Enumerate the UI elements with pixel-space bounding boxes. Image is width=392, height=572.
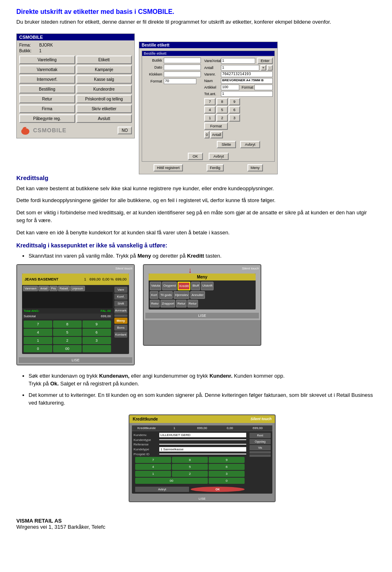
numpad-left-4[interactable]: 4 bbox=[24, 329, 52, 336]
kk-btn-vis[interactable]: Vis bbox=[249, 445, 271, 450]
numpad-left-3[interactable]: 3 bbox=[82, 337, 111, 344]
btn-internoverf[interactable]: Internoverf. bbox=[19, 75, 75, 84]
meny-hjemslev[interactable]: Hjemslev bbox=[174, 291, 189, 299]
kk-np-0[interactable]: 0 bbox=[209, 478, 245, 484]
kk-btn-rent[interactable]: Rent bbox=[249, 433, 271, 438]
enter-button[interactable]: Enter bbox=[257, 58, 273, 64]
numpad-6[interactable]: 6 bbox=[229, 106, 240, 114]
btn-bestilling[interactable]: Bestilling bbox=[19, 85, 75, 93]
format-right-input[interactable] bbox=[254, 85, 273, 90]
numpad-left-7[interactable]: 7 bbox=[24, 320, 52, 328]
side-btn-shift[interactable]: Shift bbox=[114, 300, 127, 307]
kk-np-5[interactable]: 5 bbox=[172, 464, 208, 470]
numpad-left-blank[interactable] bbox=[82, 345, 111, 352]
meny-utskrift[interactable]: Utskrift bbox=[201, 282, 214, 290]
btn-priskontroll[interactable]: Priskontroll og telling bbox=[76, 95, 132, 103]
ferdig-button[interactable]: Ferdig bbox=[207, 164, 224, 171]
format-input[interactable]: 70 bbox=[164, 78, 196, 84]
meny-kort[interactable]: Kort bbox=[150, 291, 158, 299]
side-btn-vare[interactable]: Vare bbox=[114, 287, 127, 293]
slette-button[interactable]: Slette bbox=[217, 141, 236, 148]
vare-antall-input[interactable]: 1 bbox=[221, 58, 255, 64]
btn-kampanje[interactable]: Kampanje bbox=[76, 65, 132, 74]
butikk-input[interactable] bbox=[164, 58, 201, 63]
antall-input[interactable]: 1 bbox=[221, 65, 259, 71]
csmobile-no-button[interactable]: NO bbox=[118, 127, 132, 134]
kk-ok-button[interactable]: OK bbox=[191, 487, 245, 492]
screen-btn-rabatt[interactable]: Rabatt bbox=[58, 286, 70, 291]
meny-til-gods[interactable]: Til gods bbox=[159, 291, 173, 299]
plus-button[interactable]: + bbox=[261, 65, 266, 71]
avbryt-button[interactable]: Avbryt bbox=[240, 141, 260, 148]
numpad-3[interactable]: 3 bbox=[229, 114, 240, 122]
dato-input[interactable] bbox=[164, 65, 201, 70]
meny-kreditt[interactable]: Kreditt bbox=[178, 282, 190, 290]
kk-np-2[interactable]: 2 bbox=[172, 471, 208, 477]
numpad-0[interactable]: 0 bbox=[204, 131, 209, 138]
klokken-input[interactable] bbox=[164, 71, 201, 77]
btn-pabegynte[interactable]: Påbegynte reg. bbox=[19, 114, 75, 123]
kk-btn-oppslag[interactable]: Oppslag bbox=[249, 439, 271, 444]
kk-kundetype-input[interactable]: 1 Sannselkasse bbox=[159, 447, 246, 452]
artikkel-input[interactable]: 100 bbox=[221, 85, 239, 90]
side-btn-bons[interactable]: Bons bbox=[114, 325, 127, 331]
side-btn-arrmark[interactable]: Arrmark bbox=[114, 307, 127, 314]
numpad-4[interactable]: 4 bbox=[204, 106, 216, 114]
numpad-left-9[interactable]: 9 bbox=[82, 320, 111, 328]
screen-btn-varenavn[interactable]: Varenavn bbox=[23, 286, 38, 291]
meny-valuta[interactable]: Valuta bbox=[150, 282, 161, 290]
navn-input[interactable]: BREVORDNER A4 75MM B bbox=[221, 78, 273, 84]
kk-kundenv-input[interactable]: LILLEHUSET GERD bbox=[159, 433, 246, 437]
kk-np-1[interactable]: 1 bbox=[135, 471, 171, 477]
kk-np-00[interactable]: 00 bbox=[135, 478, 208, 484]
numpad-left-5[interactable]: 5 bbox=[53, 329, 82, 336]
numpad-1[interactable]: 1 bbox=[204, 114, 216, 122]
varenr-input[interactable]: 7042713214193 bbox=[221, 71, 273, 77]
meny-zrapport[interactable]: Zrapport bbox=[160, 300, 175, 307]
btn-firma[interactable]: Firma bbox=[19, 105, 75, 113]
btn-avslutt[interactable]: Avslutt bbox=[76, 114, 132, 123]
meny-bluff[interactable]: Bluff bbox=[191, 282, 200, 290]
btn-retur[interactable]: Retur bbox=[19, 95, 75, 103]
meny-oxyperd[interactable]: Oxyperd bbox=[162, 282, 177, 290]
btn-kundeordre[interactable]: Kundeordre bbox=[76, 85, 132, 93]
screen-btn-antall[interactable]: Antall bbox=[38, 286, 49, 291]
kk-np-9[interactable]: 9 bbox=[209, 457, 245, 463]
numpad-left-2[interactable]: 2 bbox=[53, 337, 82, 344]
screen-btn-pris[interactable]: Pris bbox=[49, 286, 58, 291]
kk-prosjekt-input[interactable] bbox=[159, 454, 246, 454]
kk-np-3[interactable]: 3 bbox=[209, 471, 245, 477]
numpad-left-0[interactable]: 0 bbox=[24, 345, 52, 352]
numpad-left-00[interactable]: 00 bbox=[53, 345, 82, 352]
numpad-antall[interactable]: Antall bbox=[210, 131, 223, 138]
avbryt2-button[interactable]: Avbryt bbox=[209, 153, 229, 160]
btn-etikett[interactable]: Etikett bbox=[76, 56, 132, 64]
numpad-left-1[interactable]: 1 bbox=[24, 337, 52, 344]
numpad-left-8[interactable]: 8 bbox=[53, 320, 82, 328]
numpad-5[interactable]: 5 bbox=[216, 106, 228, 114]
side-btn-kontant[interactable]: Kontant bbox=[114, 332, 127, 338]
btn-varetelling[interactable]: Varetelling bbox=[19, 56, 75, 64]
kk-kundentype-input[interactable] bbox=[159, 439, 246, 440]
btn-skriv-etiketter[interactable]: Skriv etiketter bbox=[76, 105, 132, 113]
hittil-button[interactable]: Hittil registrert bbox=[154, 164, 183, 171]
screen-btn-linjesum[interactable]: Linjesum bbox=[70, 286, 85, 291]
numpad-8[interactable]: 8 bbox=[216, 98, 228, 105]
meny-retur1[interactable]: Retur bbox=[176, 300, 187, 307]
kk-np-4[interactable]: 4 bbox=[135, 464, 171, 470]
kk-np-6[interactable]: 6 bbox=[209, 464, 245, 470]
tot-ant-input[interactable]: 1 bbox=[221, 91, 273, 97]
btn-varemottak[interactable]: Varemottak bbox=[19, 65, 75, 74]
numpad-2[interactable]: 2 bbox=[216, 114, 228, 122]
numpad-7[interactable]: 7 bbox=[204, 98, 216, 105]
numpad-9[interactable]: 9 bbox=[229, 98, 240, 105]
kk-referanse-input[interactable] bbox=[159, 444, 246, 445]
meny-annuller[interactable]: Annuller bbox=[190, 291, 205, 299]
numpad-format[interactable]: Format bbox=[204, 122, 228, 130]
meny-button[interactable]: Meny bbox=[247, 164, 263, 171]
ok-button[interactable]: OK bbox=[188, 153, 203, 160]
numpad-left-6[interactable]: 6 bbox=[82, 329, 111, 336]
minus-button[interactable]: - bbox=[267, 65, 273, 71]
side-btn-konf[interactable]: Konf. bbox=[114, 294, 127, 300]
kk-np-7[interactable]: 7 bbox=[135, 457, 171, 463]
